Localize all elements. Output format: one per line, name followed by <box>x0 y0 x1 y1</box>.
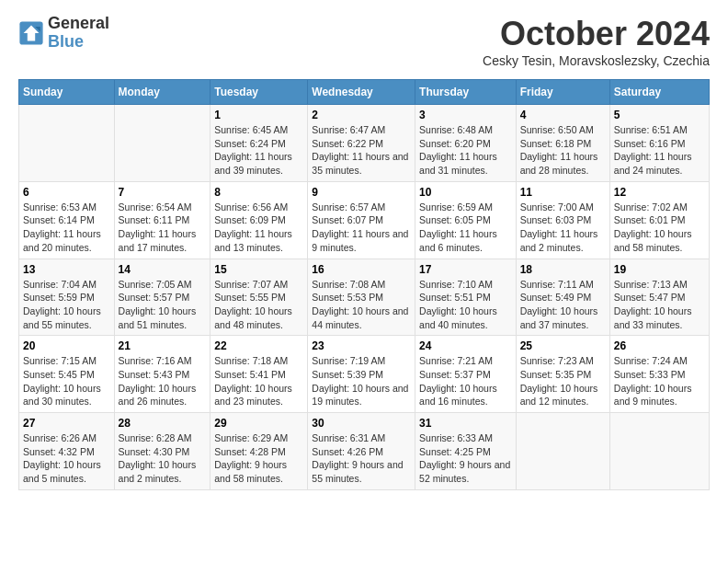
day-detail: Sunrise: 7:13 AMSunset: 5:47 PMDaylight:… <box>614 278 705 332</box>
calendar-cell: 15Sunrise: 7:07 AMSunset: 5:55 PMDayligh… <box>210 259 308 336</box>
day-detail: Sunrise: 7:15 AMSunset: 5:45 PMDaylight:… <box>23 354 110 408</box>
calendar-cell: 29Sunrise: 6:29 AMSunset: 4:28 PMDayligh… <box>210 413 308 490</box>
day-number: 28 <box>119 417 207 430</box>
day-number: 12 <box>614 186 705 199</box>
week-row-0: 1Sunrise: 6:45 AMSunset: 6:24 PMDaylight… <box>19 105 710 182</box>
day-detail: Sunrise: 7:21 AMSunset: 5:37 PMDaylight:… <box>419 354 512 408</box>
day-number: 31 <box>419 417 512 430</box>
day-number: 27 <box>23 417 110 430</box>
day-detail: Sunrise: 6:48 AMSunset: 6:20 PMDaylight:… <box>419 123 512 178</box>
day-number: 29 <box>214 417 303 430</box>
month-title: October 2024 <box>483 15 710 53</box>
day-detail: Sunrise: 7:07 AMSunset: 5:55 PMDaylight:… <box>214 278 303 332</box>
location: Cesky Tesin, Moravskoslezsky, Czechia <box>483 53 710 68</box>
header-row: SundayMondayTuesdayWednesdayThursdayFrid… <box>19 80 710 105</box>
day-detail: Sunrise: 6:31 AMSunset: 4:26 PMDaylight:… <box>312 431 411 486</box>
day-number: 17 <box>419 263 512 276</box>
day-detail: Sunrise: 7:08 AMSunset: 5:53 PMDaylight:… <box>312 278 411 332</box>
calendar-cell: 23Sunrise: 7:19 AMSunset: 5:39 PMDayligh… <box>308 336 415 413</box>
day-number: 23 <box>312 339 411 352</box>
logo-line1: General <box>48 15 109 33</box>
day-header-thursday: Thursday <box>415 80 517 105</box>
calendar-cell: 16Sunrise: 7:08 AMSunset: 5:53 PMDayligh… <box>308 259 415 336</box>
calendar-cell: 18Sunrise: 7:11 AMSunset: 5:49 PMDayligh… <box>516 259 609 336</box>
calendar-cell: 24Sunrise: 7:21 AMSunset: 5:37 PMDayligh… <box>415 336 517 413</box>
day-number: 1 <box>214 109 303 121</box>
day-number: 11 <box>520 186 606 199</box>
day-number: 2 <box>312 109 411 121</box>
calendar-cell: 25Sunrise: 7:23 AMSunset: 5:35 PMDayligh… <box>516 336 609 413</box>
day-detail: Sunrise: 6:59 AMSunset: 6:05 PMDaylight:… <box>419 201 512 255</box>
day-detail: Sunrise: 7:04 AMSunset: 5:59 PMDaylight:… <box>23 278 110 332</box>
week-row-2: 13Sunrise: 7:04 AMSunset: 5:59 PMDayligh… <box>19 259 710 336</box>
logo-text: General Blue <box>48 15 109 52</box>
calendar-cell: 31Sunrise: 6:33 AMSunset: 4:25 PMDayligh… <box>415 413 517 490</box>
calendar-cell: 5Sunrise: 6:51 AMSunset: 6:16 PMDaylight… <box>609 105 709 182</box>
calendar-cell: 9Sunrise: 6:57 AMSunset: 6:07 PMDaylight… <box>308 181 415 259</box>
day-detail: Sunrise: 6:57 AMSunset: 6:07 PMDaylight:… <box>312 201 411 255</box>
calendar-cell: 22Sunrise: 7:18 AMSunset: 5:41 PMDayligh… <box>210 336 308 413</box>
day-header-tuesday: Tuesday <box>210 80 308 105</box>
week-row-3: 20Sunrise: 7:15 AMSunset: 5:45 PMDayligh… <box>19 336 710 413</box>
calendar-cell: 1Sunrise: 6:45 AMSunset: 6:24 PMDaylight… <box>210 105 308 182</box>
calendar-cell <box>19 105 115 182</box>
day-detail: Sunrise: 6:26 AMSunset: 4:32 PMDaylight:… <box>23 431 110 486</box>
day-number: 22 <box>214 339 303 352</box>
day-header-sunday: Sunday <box>19 80 115 105</box>
calendar-cell: 8Sunrise: 6:56 AMSunset: 6:09 PMDaylight… <box>210 181 308 259</box>
day-detail: Sunrise: 7:18 AMSunset: 5:41 PMDaylight:… <box>214 354 303 408</box>
day-detail: Sunrise: 7:16 AMSunset: 5:43 PMDaylight:… <box>119 354 207 408</box>
calendar-cell <box>114 105 210 182</box>
day-detail: Sunrise: 6:45 AMSunset: 6:24 PMDaylight:… <box>214 123 303 178</box>
day-number: 8 <box>214 186 303 199</box>
day-detail: Sunrise: 7:05 AMSunset: 5:57 PMDaylight:… <box>119 278 207 332</box>
week-row-4: 27Sunrise: 6:26 AMSunset: 4:32 PMDayligh… <box>19 413 710 490</box>
calendar-cell: 12Sunrise: 7:02 AMSunset: 6:01 PMDayligh… <box>609 181 709 259</box>
day-number: 19 <box>614 263 705 276</box>
day-detail: Sunrise: 7:23 AMSunset: 5:35 PMDaylight:… <box>520 354 606 408</box>
day-header-wednesday: Wednesday <box>308 80 415 105</box>
calendar-cell: 4Sunrise: 6:50 AMSunset: 6:18 PMDaylight… <box>516 105 609 182</box>
day-number: 20 <box>23 339 110 352</box>
calendar-cell: 3Sunrise: 6:48 AMSunset: 6:20 PMDaylight… <box>415 105 517 182</box>
calendar-body: 1Sunrise: 6:45 AMSunset: 6:24 PMDaylight… <box>19 105 710 490</box>
day-number: 14 <box>119 263 207 276</box>
day-header-saturday: Saturday <box>609 80 709 105</box>
day-header-friday: Friday <box>516 80 609 105</box>
day-detail: Sunrise: 6:51 AMSunset: 6:16 PMDaylight:… <box>614 123 705 178</box>
day-detail: Sunrise: 7:11 AMSunset: 5:49 PMDaylight:… <box>520 278 606 332</box>
logo-icon <box>18 20 44 46</box>
day-number: 15 <box>214 263 303 276</box>
calendar-cell: 2Sunrise: 6:47 AMSunset: 6:22 PMDaylight… <box>308 105 415 182</box>
calendar-cell: 10Sunrise: 6:59 AMSunset: 6:05 PMDayligh… <box>415 181 517 259</box>
calendar-cell: 6Sunrise: 6:53 AMSunset: 6:14 PMDaylight… <box>19 181 115 259</box>
calendar-cell: 14Sunrise: 7:05 AMSunset: 5:57 PMDayligh… <box>114 259 210 336</box>
day-number: 3 <box>419 109 512 121</box>
day-detail: Sunrise: 7:19 AMSunset: 5:39 PMDaylight:… <box>312 354 411 408</box>
day-detail: Sunrise: 6:28 AMSunset: 4:30 PMDaylight:… <box>119 431 207 486</box>
day-detail: Sunrise: 7:10 AMSunset: 5:51 PMDaylight:… <box>419 278 512 332</box>
day-detail: Sunrise: 6:47 AMSunset: 6:22 PMDaylight:… <box>312 123 411 178</box>
title-block: October 2024 Cesky Tesin, Moravskoslezsk… <box>483 15 710 68</box>
day-number: 25 <box>520 339 606 352</box>
day-number: 9 <box>312 186 411 199</box>
day-number: 18 <box>520 263 606 276</box>
day-number: 13 <box>23 263 110 276</box>
day-detail: Sunrise: 7:00 AMSunset: 6:03 PMDaylight:… <box>520 201 606 255</box>
day-detail: Sunrise: 6:54 AMSunset: 6:11 PMDaylight:… <box>119 201 207 255</box>
day-number: 26 <box>614 339 705 352</box>
day-number: 6 <box>23 186 110 199</box>
calendar-cell: 19Sunrise: 7:13 AMSunset: 5:47 PMDayligh… <box>609 259 709 336</box>
day-number: 21 <box>119 339 207 352</box>
calendar-cell: 28Sunrise: 6:28 AMSunset: 4:30 PMDayligh… <box>114 413 210 490</box>
calendar-cell <box>609 413 709 490</box>
calendar-cell <box>516 413 609 490</box>
calendar-header: SundayMondayTuesdayWednesdayThursdayFrid… <box>19 80 710 105</box>
day-number: 10 <box>419 186 512 199</box>
page-header: General Blue October 2024 Cesky Tesin, M… <box>18 15 710 68</box>
calendar-cell: 26Sunrise: 7:24 AMSunset: 5:33 PMDayligh… <box>609 336 709 413</box>
calendar-cell: 21Sunrise: 7:16 AMSunset: 5:43 PMDayligh… <box>114 336 210 413</box>
calendar-cell: 20Sunrise: 7:15 AMSunset: 5:45 PMDayligh… <box>19 336 115 413</box>
calendar-cell: 7Sunrise: 6:54 AMSunset: 6:11 PMDaylight… <box>114 181 210 259</box>
day-detail: Sunrise: 6:56 AMSunset: 6:09 PMDaylight:… <box>214 201 303 255</box>
